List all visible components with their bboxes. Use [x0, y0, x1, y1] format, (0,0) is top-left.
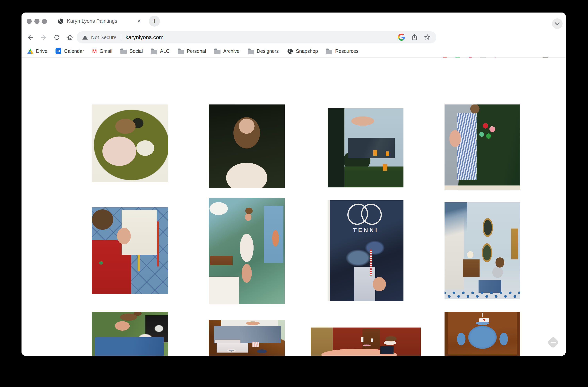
- painting-girl-topknot-blue-shirt[interactable]: [92, 312, 168, 356]
- bookmark-calendar[interactable]: 31 Calendar: [56, 48, 84, 54]
- forward-arrow-icon: [40, 33, 47, 41]
- home-button[interactable]: [65, 32, 75, 42]
- bookmark-drive[interactable]: Drive: [27, 48, 47, 54]
- close-window-button[interactable]: [27, 19, 32, 24]
- folder-icon: [326, 49, 332, 54]
- gmail-icon: M: [92, 48, 97, 54]
- painting-blue-shirt-hanger[interactable]: ♥: [444, 312, 520, 356]
- google-drive-icon: [27, 48, 33, 54]
- painting-diver-over-house[interactable]: [328, 108, 403, 187]
- chevron-down-icon: [555, 20, 560, 25]
- bookmark-snapshop[interactable]: Snapshop: [287, 48, 318, 54]
- bookmark-gmail[interactable]: M Gmail: [92, 48, 112, 54]
- google-calendar-icon: 31: [56, 48, 61, 54]
- bookmark-personal[interactable]: Personal: [178, 48, 206, 54]
- bookmarks-bar: Drive 31 Calendar M Gmail Social ALC Per…: [21, 45, 566, 58]
- window-controls: [27, 19, 47, 24]
- browser-window: Karyn Lyons Paintings × +: [21, 13, 566, 356]
- security-label[interactable]: Not Secure: [91, 34, 117, 40]
- google-g-icon[interactable]: [398, 34, 405, 41]
- painting-red-sweater-journal[interactable]: [92, 207, 168, 294]
- navigation-toolbar: Not Secure karynlyons.com: [21, 29, 566, 45]
- share-icon[interactable]: [411, 34, 418, 41]
- globe-favicon-icon: [58, 18, 64, 24]
- back-button[interactable]: [25, 32, 35, 42]
- url-text[interactable]: karynlyons.com: [126, 34, 164, 40]
- painting-red-dining-room[interactable]: [311, 327, 421, 356]
- tab-strip: Karyn Lyons Paintings × +: [21, 13, 566, 29]
- tab-close-icon[interactable]: ×: [135, 13, 143, 29]
- painting-portrait-white-shirt[interactable]: [209, 105, 285, 188]
- minimize-window-button[interactable]: [34, 19, 39, 24]
- tab-overflow-button[interactable]: [552, 18, 563, 29]
- new-tab-button[interactable]: +: [149, 16, 160, 27]
- forward-button[interactable]: [39, 32, 48, 42]
- home-icon: [66, 33, 74, 41]
- not-secure-warning-icon: [82, 34, 88, 40]
- bookmark-star-icon[interactable]: [424, 34, 431, 41]
- folder-icon: [178, 49, 184, 54]
- heart-tag: ♥: [479, 318, 489, 322]
- painting-blue-bedroom-reader[interactable]: [444, 202, 520, 299]
- folder-icon: [151, 49, 157, 54]
- omnibox-actions: [398, 34, 431, 41]
- folder-icon: [248, 49, 254, 54]
- back-arrow-icon: [26, 33, 34, 41]
- zoom-window-button[interactable]: [42, 19, 47, 24]
- bookmark-alc[interactable]: ALC: [151, 48, 170, 54]
- omnibox-divider: [121, 34, 121, 40]
- painting-tennis-sweatshirt[interactable]: TENNI: [328, 200, 403, 301]
- reload-icon: [53, 33, 60, 41]
- painting-white-tennis-dress[interactable]: [209, 198, 285, 304]
- tennis-lettering: TENNI: [328, 227, 403, 233]
- folder-icon: [214, 49, 220, 54]
- bookmark-designers[interactable]: Designers: [248, 48, 279, 54]
- painting-rotary-telephone[interactable]: [209, 320, 285, 356]
- bookmark-resources[interactable]: Resources: [326, 48, 358, 54]
- desktop-background: Karyn Lyons Paintings × +: [0, 0, 588, 387]
- bookmark-social[interactable]: Social: [120, 48, 143, 54]
- tab-title: Karyn Lyons Paintings: [67, 18, 117, 24]
- reload-button[interactable]: [52, 32, 61, 42]
- painting-green-jacket[interactable]: [444, 105, 520, 190]
- bookmark-archive[interactable]: Archive: [214, 48, 239, 54]
- globe-icon: [287, 48, 293, 54]
- address-bar[interactable]: Not Secure karynlyons.com: [77, 31, 436, 43]
- painting-girl-drawing[interactable]: [92, 105, 168, 182]
- folder-icon: [120, 49, 127, 54]
